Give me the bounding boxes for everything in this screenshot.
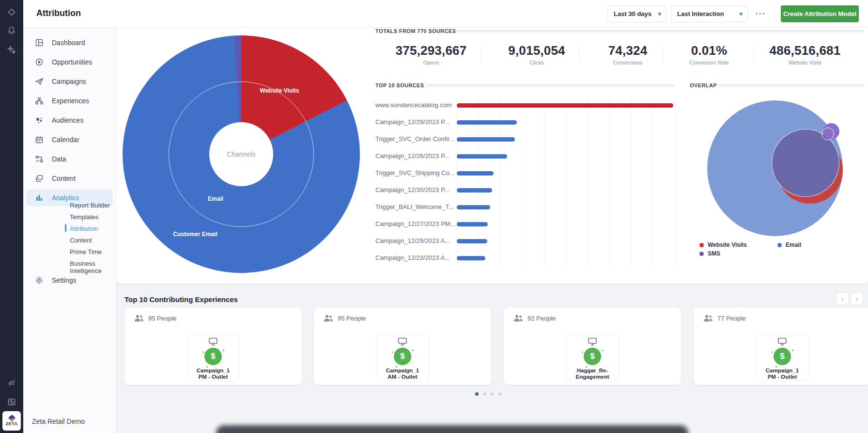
metric-divider: [663, 44, 663, 64]
sidebar-item-content[interactable]: Content: [27, 170, 113, 187]
source-row-label[interactable]: Campaign_12/27/2023 PM...: [375, 220, 457, 227]
sidebar-item-opportunities[interactable]: Opportunities: [27, 54, 113, 70]
chevron-down-icon: ▾: [658, 10, 661, 17]
experience-tile[interactable]: $ Campaign_1 AM - Outlet: [376, 334, 429, 381]
experience-card[interactable]: 95 People $ Campaign_1 AM - Outlet: [314, 307, 491, 385]
overlap-track: [718, 84, 865, 87]
date-range-value: Last 30 days: [614, 10, 651, 17]
paper-plane-icon: [27, 77, 52, 86]
source-row-label[interactable]: Campaign_12/23/2023 A...: [375, 254, 457, 261]
signal-icon[interactable]: [0, 374, 23, 391]
page-dot-active[interactable]: [475, 392, 479, 396]
experience-tile[interactable]: $ Haggar_Re- Engagement: [566, 334, 619, 381]
page-dot[interactable]: [491, 392, 494, 396]
sidebar-item-dashboard[interactable]: Dashboard: [27, 34, 113, 51]
chevron-down-icon: ▾: [739, 10, 743, 17]
metric-divider: [579, 44, 579, 64]
source-bar[interactable]: [457, 103, 673, 108]
experience-card[interactable]: 95 People $ Campaign_1 PM - Outlet: [124, 307, 302, 385]
date-range-select[interactable]: Last 30 days ▾: [607, 5, 666, 22]
legend-sms[interactable]: SMS: [699, 250, 720, 257]
metric-divider: [754, 44, 754, 64]
experience-label-line1: Campaign_1: [766, 368, 799, 374]
source-row-label[interactable]: Campaign_12/26/2023 P...: [375, 152, 457, 160]
more-options-icon[interactable]: •••: [756, 10, 766, 17]
source-bar[interactable]: [457, 205, 490, 209]
sidebar-item-label: Opportunities: [52, 58, 92, 66]
monitor-icon: [398, 337, 407, 346]
page-dot[interactable]: [483, 392, 486, 396]
sparkles-icon[interactable]: [0, 42, 23, 58]
experience-card[interactable]: 77 People $ Campaign_1 PM - Outlet: [694, 307, 868, 385]
zeta-logo[interactable]: ZETA: [2, 411, 21, 431]
people-count-label: 92 People: [527, 315, 556, 322]
source-bar[interactable]: [457, 120, 517, 125]
sidebar-item-label: Content: [52, 175, 76, 182]
source-row-label[interactable]: www.sundancecatalog.com: [375, 101, 457, 109]
legend-dot: [699, 252, 704, 256]
source-bar[interactable]: [457, 171, 494, 176]
top-bar: Attribution Last 30 days ▾ Last Interact…: [23, 0, 868, 28]
attribution-model-select[interactable]: Last Interaction ▾: [671, 5, 748, 22]
target-icon: [27, 58, 52, 66]
slice-label-customer-email: Customer Email: [173, 231, 217, 238]
people-count: 92 People: [513, 315, 556, 322]
sidebar-item-data[interactable]: Data: [27, 151, 113, 167]
sidebar-item-settings[interactable]: Settings: [27, 272, 113, 289]
source-row-label[interactable]: Campaign_12/30/2023 P...: [375, 186, 457, 193]
source-bar[interactable]: [457, 222, 488, 226]
sidebar-item-calendar[interactable]: Calendar: [27, 131, 113, 148]
source-bar[interactable]: [457, 137, 515, 142]
people-icon: [324, 315, 333, 322]
experiences-next-button[interactable]: ›: [851, 292, 863, 305]
create-attribution-model-button[interactable]: Create Attribution Model: [781, 5, 859, 22]
subnav-content[interactable]: Content: [70, 237, 92, 244]
experience-label-line1: Campaign_1: [197, 368, 230, 374]
pagination-dots[interactable]: [475, 392, 502, 396]
totals-heading: TOTALS FROM 770 SOURCES: [375, 28, 456, 34]
conversion-dollar-icon: $: [204, 348, 222, 365]
metric-opens: 375,293,667 Opens: [378, 43, 484, 65]
zeta-diamond-mark: [8, 415, 16, 422]
sidebar-item-experiences[interactable]: Experiences: [27, 93, 113, 109]
subnav-templates[interactable]: Templates: [70, 213, 98, 221]
legend-label: SMS: [708, 250, 720, 257]
source-bar[interactable]: [457, 188, 492, 192]
subnav-attribution[interactable]: Attribution: [70, 225, 98, 232]
page-title: Attribution: [36, 8, 81, 18]
sidebar-item-campaigns[interactable]: Campaigns: [27, 73, 113, 90]
sidebar-item-label: Campaigns: [52, 78, 86, 85]
source-bar[interactable]: [457, 256, 485, 260]
experience-tile[interactable]: $ Campaign_1 PM - Outlet: [756, 334, 809, 381]
experience-label-line1: Haggar_Re-: [575, 368, 609, 374]
workspace-name[interactable]: Zeta Retail Demo: [32, 417, 85, 425]
top-sources-track: [426, 84, 674, 87]
source-row-label[interactable]: Campaign_12/29/2023 P...: [375, 118, 457, 126]
page-dot[interactable]: [498, 392, 502, 396]
sidebar-item-audiences[interactable]: Audiences: [27, 112, 113, 128]
sunburst-center-label: Channels: [209, 122, 273, 186]
source-row-label[interactable]: Trigger_SVC_Order Confir...: [375, 135, 457, 143]
sidebar-item-label: Experiences: [52, 97, 89, 105]
subnav-report-builder[interactable]: Report Builder: [70, 202, 110, 209]
subnav-prime-time[interactable]: Prime Time: [70, 248, 102, 256]
top-sources-heading: TOP 10 SOURCES: [375, 82, 424, 88]
zeta-wordmark: ZETA: [6, 421, 18, 426]
glossary-book-icon[interactable]: [0, 394, 23, 410]
sidebar-item-label: Audiences: [52, 116, 83, 124]
legend-website-visits[interactable]: Website Visits: [699, 241, 747, 248]
experience-card[interactable]: 92 People $ Haggar_Re- Engagement: [504, 307, 681, 385]
experience-label-line2: PM - Outlet: [766, 374, 799, 380]
source-row-label[interactable]: Trigger_BALI_Welcome_T...: [375, 203, 457, 210]
zeta-diamond-logo-icon[interactable]: [0, 4, 23, 20]
legend-email[interactable]: Email: [777, 241, 801, 248]
source-row-label[interactable]: Campaign_12/29/2023 A...: [375, 237, 457, 244]
notifications-bell-icon[interactable]: [0, 22, 23, 39]
source-bar[interactable]: [457, 154, 507, 159]
source-row-label[interactable]: Trigger_SVC_Shipping Co...: [375, 169, 457, 176]
metric-value: 0.01%: [656, 43, 762, 58]
monitor-icon: [208, 337, 218, 346]
experience-tile[interactable]: $ Campaign_1 PM - Outlet: [186, 334, 240, 381]
experiences-prev-button[interactable]: ‹: [836, 292, 849, 305]
source-bar[interactable]: [457, 239, 487, 243]
